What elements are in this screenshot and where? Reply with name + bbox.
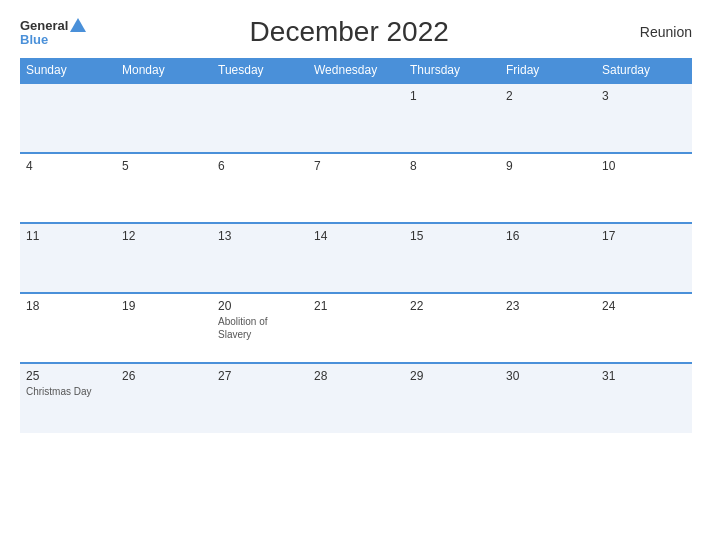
calendar-cell: 21	[308, 293, 404, 363]
calendar-week-row: 45678910	[20, 153, 692, 223]
calendar-cell: 17	[596, 223, 692, 293]
day-number: 10	[602, 159, 686, 173]
day-number: 8	[410, 159, 494, 173]
calendar-cell	[212, 83, 308, 153]
day-number: 27	[218, 369, 302, 383]
calendar-table: SundayMondayTuesdayWednesdayThursdayFrid…	[20, 58, 692, 433]
calendar-cell: 30	[500, 363, 596, 433]
calendar-cell: 24	[596, 293, 692, 363]
day-number: 26	[122, 369, 206, 383]
calendar-cell: 25Christmas Day	[20, 363, 116, 433]
day-number: 3	[602, 89, 686, 103]
day-number: 20	[218, 299, 302, 313]
calendar-cell: 2	[500, 83, 596, 153]
day-number: 1	[410, 89, 494, 103]
day-number: 11	[26, 229, 110, 243]
calendar-cell: 22	[404, 293, 500, 363]
calendar-cell: 9	[500, 153, 596, 223]
day-number: 21	[314, 299, 398, 313]
weekday-header: Tuesday	[212, 58, 308, 83]
calendar-cell: 14	[308, 223, 404, 293]
calendar-cell: 29	[404, 363, 500, 433]
weekday-header: Monday	[116, 58, 212, 83]
calendar-cell: 31	[596, 363, 692, 433]
calendar-cell: 1	[404, 83, 500, 153]
calendar-cell: 10	[596, 153, 692, 223]
day-number: 30	[506, 369, 590, 383]
header: General Blue December 2022 Reunion	[20, 16, 692, 48]
day-number: 9	[506, 159, 590, 173]
day-number: 29	[410, 369, 494, 383]
day-number: 4	[26, 159, 110, 173]
calendar-cell: 7	[308, 153, 404, 223]
logo-general-text: General	[20, 19, 68, 32]
calendar-cell: 11	[20, 223, 116, 293]
calendar-cell: 19	[116, 293, 212, 363]
calendar-cell: 6	[212, 153, 308, 223]
logo: General Blue	[20, 18, 86, 46]
day-number: 12	[122, 229, 206, 243]
calendar-cell: 20Abolition of Slavery	[212, 293, 308, 363]
logo-triangle-icon	[70, 18, 86, 32]
weekday-header: Wednesday	[308, 58, 404, 83]
day-number: 31	[602, 369, 686, 383]
weekday-header-row: SundayMondayTuesdayWednesdayThursdayFrid…	[20, 58, 692, 83]
calendar-cell: 26	[116, 363, 212, 433]
weekday-header: Friday	[500, 58, 596, 83]
calendar-cell: 12	[116, 223, 212, 293]
calendar-week-row: 181920Abolition of Slavery21222324	[20, 293, 692, 363]
calendar-cell: 28	[308, 363, 404, 433]
day-number: 25	[26, 369, 110, 383]
calendar-cell: 5	[116, 153, 212, 223]
day-number: 16	[506, 229, 590, 243]
day-number: 17	[602, 229, 686, 243]
day-number: 18	[26, 299, 110, 313]
region-label: Reunion	[612, 24, 692, 40]
day-number: 2	[506, 89, 590, 103]
day-number: 7	[314, 159, 398, 173]
day-number: 15	[410, 229, 494, 243]
calendar-cell: 4	[20, 153, 116, 223]
weekday-header: Thursday	[404, 58, 500, 83]
day-number: 13	[218, 229, 302, 243]
holiday-label: Christmas Day	[26, 385, 110, 398]
calendar-cell: 3	[596, 83, 692, 153]
day-number: 23	[506, 299, 590, 313]
logo-blue-text: Blue	[20, 33, 86, 46]
day-number: 22	[410, 299, 494, 313]
calendar-cell: 8	[404, 153, 500, 223]
day-number: 14	[314, 229, 398, 243]
calendar-title: December 2022	[86, 16, 612, 48]
calendar-week-row: 123	[20, 83, 692, 153]
holiday-label: Abolition of Slavery	[218, 315, 302, 341]
calendar-week-row: 25Christmas Day262728293031	[20, 363, 692, 433]
day-number: 24	[602, 299, 686, 313]
calendar-cell	[20, 83, 116, 153]
weekday-header: Sunday	[20, 58, 116, 83]
calendar-cell: 15	[404, 223, 500, 293]
weekday-header: Saturday	[596, 58, 692, 83]
calendar-cell: 27	[212, 363, 308, 433]
calendar-cell: 23	[500, 293, 596, 363]
day-number: 6	[218, 159, 302, 173]
calendar-cell: 13	[212, 223, 308, 293]
day-number: 28	[314, 369, 398, 383]
calendar-cell	[116, 83, 212, 153]
calendar-cell: 18	[20, 293, 116, 363]
calendar-cell	[308, 83, 404, 153]
day-number: 5	[122, 159, 206, 173]
calendar-week-row: 11121314151617	[20, 223, 692, 293]
day-number: 19	[122, 299, 206, 313]
calendar-page: General Blue December 2022 Reunion Sunda…	[0, 0, 712, 550]
calendar-cell: 16	[500, 223, 596, 293]
